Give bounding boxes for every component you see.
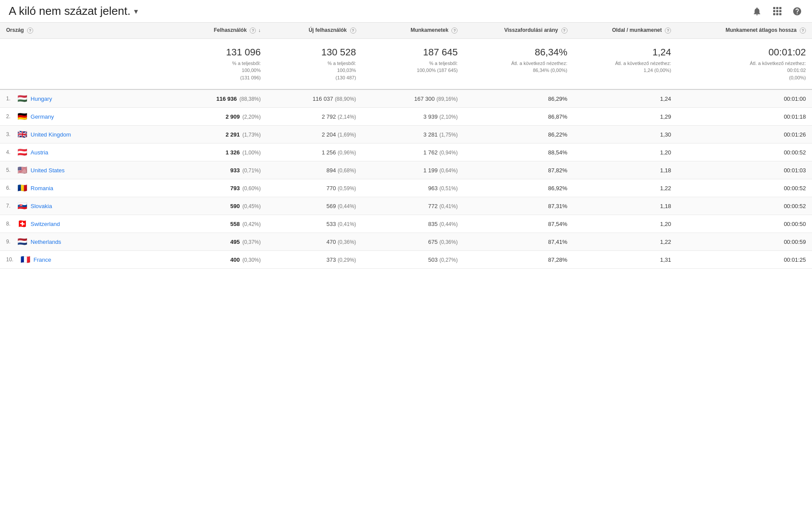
country-link[interactable]: Netherlands	[31, 239, 61, 245]
title-chevron[interactable]: ▾	[134, 7, 138, 16]
table-row: 3. 🇬🇧 United Kingdom 2 291(1,73%)2 204(1…	[0, 126, 812, 144]
new-users-help-icon[interactable]: ?	[350, 27, 356, 34]
bounce-rate-value: 88,54%	[464, 144, 573, 161]
new-users-value: 1 256(0,96%)	[267, 144, 362, 161]
duration-help-icon[interactable]: ?	[800, 27, 806, 34]
country-flag: 🇸🇰	[17, 202, 27, 210]
summary-bounce-rate: 86,34% Átl. a következő nézethez:86,34% …	[464, 38, 573, 89]
country-cell: 8. 🇨🇭 Switzerland	[0, 215, 165, 233]
avg-session-duration-value: 00:00:52	[677, 144, 812, 161]
summary-row: 131 096 % a teljesből:100,00%(131 096) 1…	[0, 38, 812, 89]
table-row: 6. 🇷🇴 Romania 793(0,60%)770(0,59%)963(0,…	[0, 179, 812, 197]
summary-new-users: 130 528 % a teljesből:100,03%(130 487)	[267, 38, 362, 89]
pages-help-icon[interactable]: ?	[665, 27, 671, 34]
top-bar: A kiló nem százat jelent. ▾	[0, 0, 812, 22]
users-value: 1 326(1,00%)	[165, 144, 267, 161]
avg-session-duration-value: 00:00:59	[677, 233, 812, 251]
table-header-row: Ország ? Felhasználók ? ↓ Új felhasználó…	[0, 23, 812, 39]
bounce-rate-value: 86,87%	[464, 108, 573, 126]
users-value: 793(0,60%)	[165, 179, 267, 197]
new-users-value: 2 204(1,69%)	[267, 126, 362, 144]
col-bounce-rate[interactable]: Visszafordulási arány ?	[464, 23, 573, 39]
row-number: 2.	[6, 113, 10, 120]
row-number: 10.	[6, 256, 14, 263]
new-users-value: 894(0,68%)	[267, 161, 362, 179]
country-flag: 🇺🇸	[17, 166, 27, 174]
country-flag: 🇦🇹	[17, 148, 27, 156]
row-number: 5.	[6, 167, 10, 173]
data-table-container: Ország ? Felhasználók ? ↓ Új felhasználó…	[0, 22, 812, 269]
country-flag: 🇳🇱	[17, 238, 27, 246]
country-link[interactable]: Austria	[31, 149, 48, 156]
pages-per-session-value: 1,20	[574, 144, 678, 161]
table-row: 5. 🇺🇸 United States 933(0,71%)894(0,68%)…	[0, 161, 812, 179]
bounce-rate-value: 86,92%	[464, 179, 573, 197]
bounce-rate-value: 86,29%	[464, 89, 573, 108]
country-link[interactable]: United States	[31, 167, 65, 174]
new-users-value: 770(0,59%)	[267, 179, 362, 197]
bounce-help-icon[interactable]: ?	[561, 27, 568, 34]
new-users-value: 116 037(88,90%)	[267, 89, 362, 108]
col-new-users[interactable]: Új felhasználók ?	[267, 23, 362, 39]
users-value: 590(0,45%)	[165, 197, 267, 215]
country-cell: 2. 🇩🇪 Germany	[0, 108, 165, 126]
new-users-value: 569(0,44%)	[267, 197, 362, 215]
row-number: 4.	[6, 149, 10, 155]
col-sessions[interactable]: Munkamenetek ?	[362, 23, 464, 39]
table-row: 9. 🇳🇱 Netherlands 495(0,37%)470(0,36%)67…	[0, 233, 812, 251]
sessions-value: 772(0,41%)	[362, 197, 464, 215]
users-value: 116 936(88,38%)	[165, 89, 267, 108]
sessions-help-icon[interactable]: ?	[451, 27, 458, 34]
country-cell: 5. 🇺🇸 United States	[0, 161, 165, 179]
users-value: 558(0,42%)	[165, 215, 267, 233]
bounce-rate-value: 87,54%	[464, 215, 573, 233]
sessions-value: 3 939(2,10%)	[362, 108, 464, 126]
country-link[interactable]: Hungary	[31, 96, 52, 102]
country-link[interactable]: Germany	[31, 113, 54, 120]
pages-per-session-value: 1,20	[574, 215, 678, 233]
country-cell: 7. 🇸🇰 Slovakia	[0, 197, 165, 215]
sessions-value: 1 199(0,64%)	[362, 161, 464, 179]
help-icon[interactable]	[791, 5, 803, 17]
country-link[interactable]: Romania	[31, 185, 53, 192]
header-icons	[751, 5, 803, 17]
table-row: 7. 🇸🇰 Slovakia 590(0,45%)569(0,44%)772(0…	[0, 197, 812, 215]
country-link[interactable]: United Kingdom	[31, 131, 71, 138]
grid-icon[interactable]	[771, 5, 783, 17]
pages-per-session-value: 1,18	[574, 161, 678, 179]
notification-icon[interactable]	[751, 5, 763, 17]
avg-session-duration-value: 00:00:50	[677, 215, 812, 233]
users-value: 2 909(2,20%)	[165, 108, 267, 126]
col-users[interactable]: Felhasználók ? ↓	[165, 23, 267, 39]
table-row: 2. 🇩🇪 Germany 2 909(2,20%)2 792(2,14%)3 …	[0, 108, 812, 126]
country-flag: 🇨🇭	[17, 220, 27, 228]
country-link[interactable]: France	[34, 256, 51, 263]
sessions-value: 503(0,27%)	[362, 251, 464, 269]
users-value: 400(0,30%)	[165, 251, 267, 269]
table-row: 1. 🇭🇺 Hungary 116 936(88,38%)116 037(88,…	[0, 89, 812, 108]
country-cell: 10. 🇫🇷 France	[0, 251, 165, 269]
country-help-icon[interactable]: ?	[27, 27, 33, 34]
sessions-value: 167 300(89,16%)	[362, 89, 464, 108]
country-flag: 🇷🇴	[17, 184, 27, 192]
country-cell: 6. 🇷🇴 Romania	[0, 179, 165, 197]
country-cell: 1. 🇭🇺 Hungary	[0, 89, 165, 108]
pages-per-session-value: 1,22	[574, 179, 678, 197]
new-users-value: 2 792(2,14%)	[267, 108, 362, 126]
row-number: 8.	[6, 221, 10, 227]
avg-session-duration-value: 00:01:26	[677, 126, 812, 144]
users-value: 2 291(1,73%)	[165, 126, 267, 144]
sessions-value: 963(0,51%)	[362, 179, 464, 197]
avg-session-duration-value: 00:01:18	[677, 108, 812, 126]
table-row: 10. 🇫🇷 France 400(0,30%)373(0,29%)503(0,…	[0, 251, 812, 269]
summary-sessions: 187 645 % a teljesből:100,00% (187 645)	[362, 38, 464, 89]
country-link[interactable]: Switzerland	[31, 221, 60, 227]
col-pages-per-session[interactable]: Oldal / munkamenet ?	[574, 23, 678, 39]
summary-avg-duration: 00:01:02 Átl. a következő nézethez:00:01…	[677, 38, 812, 89]
col-avg-duration[interactable]: Munkamenet átlagos hossza ?	[677, 23, 812, 39]
users-help-icon[interactable]: ?	[250, 27, 256, 34]
country-link[interactable]: Slovakia	[31, 203, 52, 209]
avg-session-duration-value: 00:00:52	[677, 179, 812, 197]
col-country: Ország ?	[0, 23, 165, 39]
avg-session-duration-value: 00:01:03	[677, 161, 812, 179]
